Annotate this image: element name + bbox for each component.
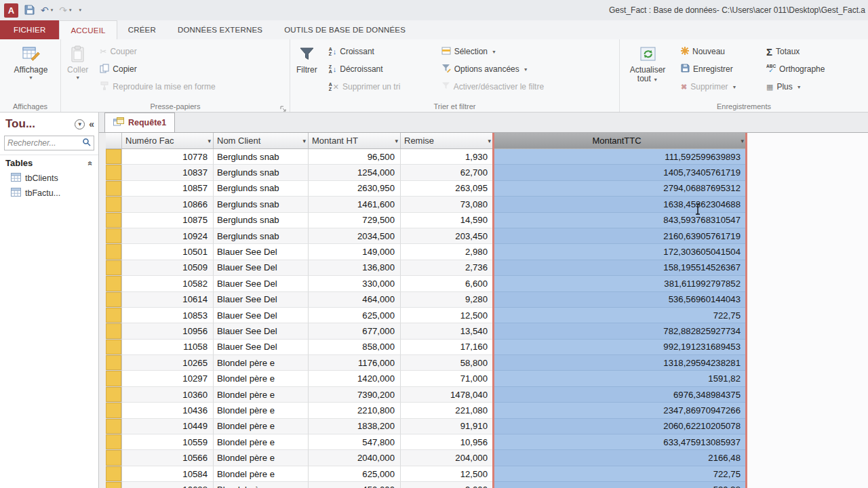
record-selector[interactable] [106, 355, 122, 371]
record-selector[interactable] [106, 308, 122, 323]
cell[interactable]: 10436 [122, 403, 214, 418]
cell[interactable]: 11058 [122, 340, 214, 355]
tab-accueil[interactable]: ACCUEIL [59, 20, 117, 39]
cell[interactable]: 71,000 [401, 371, 494, 386]
cell[interactable]: Berglunds snab [214, 197, 309, 212]
filter-dropdown-icon[interactable]: ▾ [741, 138, 744, 144]
cell[interactable]: 17,160 [401, 340, 494, 355]
search-icon[interactable] [82, 137, 91, 149]
record-selector[interactable] [106, 419, 122, 434]
cell[interactable]: 625,000 [309, 308, 401, 323]
cell[interactable]: 10875 [122, 213, 214, 228]
cell[interactable]: 536,56960144043 [494, 292, 747, 308]
cell[interactable]: 73,080 [401, 197, 494, 212]
cell[interactable]: 221,080 [401, 403, 494, 418]
cell[interactable]: Berglunds snab [214, 149, 309, 165]
cell[interactable]: 14,590 [401, 213, 494, 228]
cell[interactable]: 2,736 [401, 260, 494, 276]
sort-ascending-button[interactable]: AZ↓ Croissant [326, 43, 433, 60]
cell[interactable]: 204,000 [401, 450, 494, 466]
nav-group-tables[interactable]: Tables « [0, 155, 98, 171]
select-all-corner[interactable] [106, 133, 122, 149]
record-selector[interactable] [106, 403, 122, 418]
cell[interactable]: 10566 [122, 450, 214, 466]
cell[interactable]: 1478,040 [401, 387, 494, 403]
cell[interactable]: Berglunds snab [214, 228, 309, 244]
nav-search-input[interactable]: Rechercher... [4, 136, 94, 150]
cell[interactable]: 1420,000 [309, 371, 401, 386]
cell[interactable]: Blondel père e [214, 371, 309, 386]
cell[interactable]: Blondel père e [214, 434, 309, 450]
cell[interactable]: 2630,950 [309, 181, 401, 197]
column-header-montantttc[interactable]: MontantTTC▾ [494, 133, 747, 149]
totals-button[interactable]: Σ Totaux [764, 43, 850, 60]
cell[interactable]: Berglunds snab [214, 165, 309, 180]
cell[interactable]: 2,980 [401, 244, 494, 260]
record-selector[interactable] [106, 323, 122, 339]
cell[interactable]: Blondel père e [214, 387, 309, 403]
column-header-num-ro-fac[interactable]: Numéro Fac▾ [122, 133, 214, 149]
cell[interactable]: Blondel père e [214, 482, 309, 488]
save-icon[interactable] [24, 5, 35, 16]
cell[interactable]: Blondel père e [214, 403, 309, 418]
cell[interactable]: 1176,000 [309, 355, 401, 371]
cell[interactable]: 10297 [122, 371, 214, 386]
more-button[interactable]: ▦ Plus ▼ [764, 78, 850, 96]
cell[interactable]: 547,800 [309, 434, 401, 450]
cell[interactable]: 520,38 [494, 482, 747, 488]
record-selector[interactable] [106, 292, 122, 308]
cell[interactable]: 58,800 [401, 355, 494, 371]
column-header-montant-ht[interactable]: Montant HT▾ [309, 133, 401, 149]
cell[interactable]: 10614 [122, 292, 214, 308]
cell[interactable]: Blauer See Del [214, 292, 309, 308]
record-selector[interactable] [106, 482, 122, 488]
cell[interactable]: 10628 [122, 482, 214, 488]
cell[interactable]: 136,800 [309, 260, 401, 276]
redo-dropdown-icon[interactable]: ▾ [69, 7, 72, 13]
cell[interactable]: Blauer See Del [214, 276, 309, 291]
cell[interactable]: Blauer See Del [214, 323, 309, 339]
cell[interactable]: 2040,000 [309, 450, 401, 466]
tab-fichier[interactable]: FICHIER [0, 20, 59, 39]
cell[interactable]: 158,195514526367 [494, 260, 747, 276]
cell[interactable]: 62,700 [401, 165, 494, 180]
cell[interactable]: 843,593768310547 [494, 213, 747, 228]
cell[interactable]: 149,000 [309, 244, 401, 260]
column-header-remise[interactable]: Remise▾ [401, 133, 494, 149]
cell[interactable]: 111,592599639893 [494, 149, 747, 165]
cell[interactable]: 10360 [122, 387, 214, 403]
record-selector[interactable] [106, 276, 122, 291]
column-header-nom-client[interactable]: Nom Client▾ [214, 133, 309, 149]
cell[interactable]: 10866 [122, 197, 214, 212]
filter-dropdown-icon[interactable]: ▾ [395, 138, 398, 144]
cell[interactable]: 464,000 [309, 292, 401, 308]
cell[interactable]: 1838,200 [309, 419, 401, 434]
cell[interactable]: Blondel père e [214, 355, 309, 371]
cell[interactable]: 729,500 [309, 213, 401, 228]
customize-qat-icon[interactable]: ▾ [79, 7, 82, 13]
undo-icon[interactable]: ↶ [41, 5, 49, 15]
record-selector[interactable] [106, 450, 122, 466]
cell[interactable]: Blauer See Del [214, 260, 309, 276]
cell[interactable]: 9,000 [401, 482, 494, 488]
record-selector[interactable] [106, 340, 122, 355]
record-selector[interactable] [106, 434, 122, 450]
cell[interactable]: 203,450 [401, 228, 494, 244]
cell[interactable]: 9,280 [401, 292, 494, 308]
cell[interactable]: 12,500 [401, 466, 494, 482]
save-record-button[interactable]: Enregistrer [678, 60, 758, 78]
cell[interactable]: 625,000 [309, 466, 401, 482]
cell[interactable]: 722,75 [494, 308, 747, 323]
nav-item-tbFactu[interactable]: tbFactu... [0, 186, 98, 201]
undo-dropdown-icon[interactable]: ▾ [51, 7, 54, 13]
cell[interactable]: 633,475913085937 [494, 434, 747, 450]
cell[interactable]: 10584 [122, 466, 214, 482]
cell[interactable]: 1591,82 [494, 371, 747, 386]
cell[interactable]: 10582 [122, 276, 214, 291]
cell[interactable]: Blauer See Del [214, 308, 309, 323]
access-app-icon[interactable]: A [4, 3, 18, 18]
record-selector[interactable] [106, 149, 122, 165]
filter-dropdown-icon[interactable]: ▾ [488, 138, 491, 144]
cell[interactable]: 992,191231689453 [494, 340, 747, 355]
cell[interactable]: Berglunds snab [214, 181, 309, 197]
